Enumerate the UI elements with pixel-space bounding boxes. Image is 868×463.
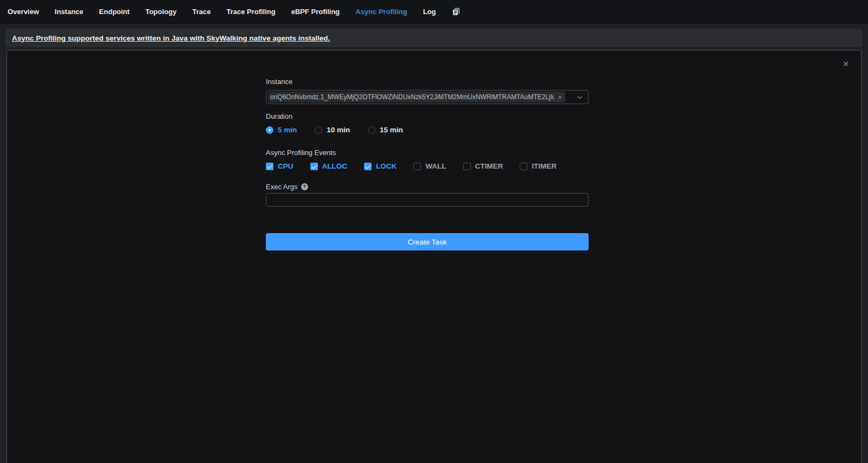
create-task-button[interactable]: Create Task — [266, 233, 589, 250]
exec-args-section: Exec Args ? — [266, 182, 589, 207]
document-copy-icon[interactable] — [451, 7, 461, 16]
exec-args-label-row: Exec Args ? — [266, 182, 589, 191]
tab-trace-profiling[interactable]: Trace Profiling — [226, 8, 275, 16]
events-section: Async Profiling Events CPU ALLOC LOCK WA… — [266, 147, 589, 170]
checkbox-itimer[interactable]: ITIMER — [520, 162, 557, 170]
tab-ebpf-profiling[interactable]: eBPF Profiling — [291, 8, 340, 16]
tab-instance[interactable]: Instance — [55, 8, 84, 16]
top-nav: Overview Instance Endpoint Topology Trac… — [0, 0, 868, 24]
instance-label: Instance — [266, 76, 589, 86]
checkbox-lock[interactable]: LOCK — [364, 162, 397, 170]
checkbox-icon — [520, 163, 527, 170]
radio-15-min[interactable]: 15 min — [368, 126, 403, 134]
radio-15-min-label: 15 min — [380, 126, 403, 134]
checkbox-wall[interactable]: WALL — [413, 162, 446, 170]
radio-circle-icon — [315, 126, 322, 134]
radio-10-min-label: 10 min — [327, 126, 350, 134]
checkbox-icon — [463, 163, 471, 170]
banner: Async Profiling supported services writt… — [5, 29, 863, 47]
checkbox-cpu[interactable]: CPU — [266, 162, 293, 170]
checkbox-lock-label: LOCK — [376, 162, 397, 170]
tab-trace[interactable]: Trace — [192, 8, 210, 16]
tab-overview[interactable]: Overview — [8, 8, 39, 16]
chevron-down-icon — [576, 94, 583, 101]
radio-5-min-label: 5 min — [278, 126, 297, 134]
create-task-panel: ✕ Instance onQ6OnNvbmdz.1_MWEyMjQ2OTFlOW… — [7, 50, 861, 463]
radio-10-min[interactable]: 10 min — [315, 126, 350, 134]
exec-args-label: Exec Args — [266, 183, 298, 191]
tab-endpoint[interactable]: Endpoint — [99, 8, 130, 16]
help-icon[interactable]: ? — [301, 183, 308, 190]
radio-5-min[interactable]: 5 min — [266, 126, 297, 134]
checkbox-icon — [266, 163, 273, 170]
create-task-form: Instance onQ6OnNvbmdz.1_MWEyMjQ2OTFlOWZi… — [266, 50, 589, 250]
duration-radio-group: 5 min 10 min 15 min — [266, 126, 589, 134]
duration-section: Duration 5 min 10 min 15 min — [266, 111, 589, 134]
banner-link[interactable]: Async Profiling supported services writt… — [12, 34, 330, 42]
checkbox-alloc-label: ALLOC — [322, 162, 348, 170]
events-label: Async Profiling Events — [266, 147, 589, 157]
instance-select[interactable]: onQ6OnNvbmdz.1_MWEyMjQ2OTFlOWZiNDUxNzk5Y… — [266, 90, 589, 104]
instance-tag-text: onQ6OnNvbmdz.1_MWEyMjQ2OTFlOWZiNDUxNzk5Y… — [270, 93, 554, 101]
exec-args-input[interactable] — [266, 193, 589, 207]
close-icon[interactable]: ✕ — [843, 60, 849, 68]
checkbox-icon — [413, 163, 421, 170]
tab-async-profiling[interactable]: Async Profiling — [355, 8, 407, 16]
checkbox-ctimer-label: CTIMER — [475, 162, 503, 170]
instance-tag: onQ6OnNvbmdz.1_MWEyMjQ2OTFlOWZiNDUxNzk5Y… — [268, 92, 565, 102]
events-checkbox-group: CPU ALLOC LOCK WALL CTIMER — [266, 162, 589, 170]
checkbox-cpu-label: CPU — [278, 162, 293, 170]
checkbox-icon — [310, 163, 318, 170]
duration-label: Duration — [266, 111, 589, 121]
radio-circle-icon — [266, 126, 273, 134]
checkbox-wall-label: WALL — [425, 162, 446, 170]
checkbox-alloc[interactable]: ALLOC — [310, 162, 348, 170]
checkbox-ctimer[interactable]: CTIMER — [463, 162, 503, 170]
checkbox-icon — [364, 163, 372, 170]
tab-topology[interactable]: Topology — [145, 8, 177, 16]
checkbox-itimer-label: ITIMER — [532, 162, 557, 170]
tab-log[interactable]: Log — [423, 8, 436, 16]
instance-section: Instance onQ6OnNvbmdz.1_MWEyMjQ2OTFlOWZi… — [266, 76, 589, 104]
radio-circle-icon — [368, 126, 375, 134]
remove-tag-icon[interactable]: × — [558, 94, 562, 101]
